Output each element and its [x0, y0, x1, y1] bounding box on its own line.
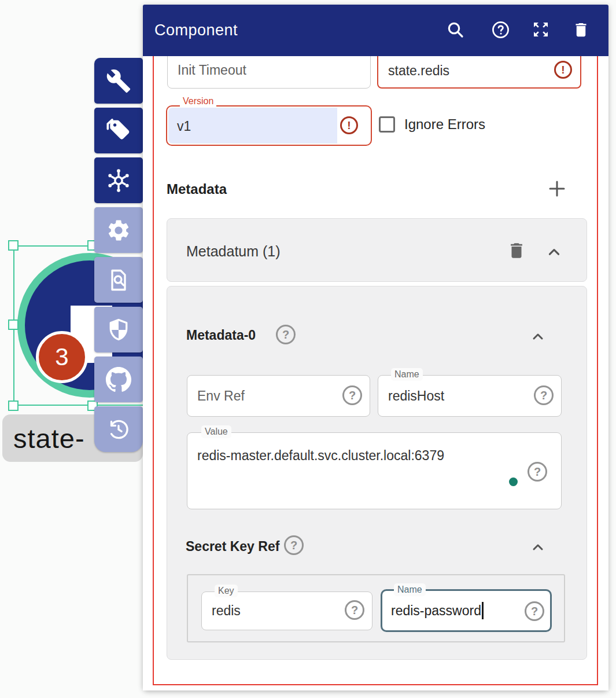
- selection-handle-bottom-left[interactable]: [8, 401, 19, 411]
- metadata-name-value: redisHost: [388, 388, 444, 404]
- help-icon[interactable]: ?: [345, 600, 364, 620]
- help-icon[interactable]: ?: [525, 601, 544, 621]
- help-icon: [491, 20, 510, 39]
- tag-icon: [106, 118, 131, 144]
- shield-icon: [106, 317, 131, 343]
- secret-key-ref-heading: Secret Key Ref: [186, 539, 279, 554]
- type-value: state.redis: [388, 63, 449, 79]
- secret-key-field[interactable]: Key redis ?: [201, 592, 372, 630]
- collapse-metadatum-button[interactable]: [546, 244, 562, 262]
- metadata-name-label: Name: [391, 368, 423, 381]
- hub-button[interactable]: [94, 157, 143, 203]
- collapse-secret-key-ref-button[interactable]: [530, 540, 545, 557]
- metadata-heading: Metadata: [167, 181, 227, 197]
- chevron-up-icon: [530, 540, 545, 555]
- env-ref-field[interactable]: Env Ref ?: [187, 375, 370, 417]
- selection-handle-mid-left[interactable]: [8, 319, 19, 330]
- autofill-highlight: [168, 108, 337, 144]
- metadatum-title: Metadatum (1): [186, 243, 281, 260]
- help-button[interactable]: [489, 18, 512, 41]
- error-count: 3: [55, 343, 68, 371]
- wrench-icon: [106, 68, 131, 94]
- security-button[interactable]: [94, 307, 143, 352]
- secret-key-ref-group: Key redis ? Name redis-password ?: [187, 574, 565, 642]
- help-icon[interactable]: ?: [342, 385, 362, 405]
- init-timeout-placeholder: Init Timeout: [178, 63, 246, 78]
- secret-key-value: redis: [212, 603, 241, 619]
- delete-component-button[interactable]: [569, 18, 592, 41]
- metadata-value-field[interactable]: Value redis-master.default.svc.cluster.l…: [187, 432, 562, 509]
- node-toolbar: [94, 58, 143, 456]
- selection-handle-top-left[interactable]: [8, 240, 19, 251]
- add-metadata-button[interactable]: [547, 179, 567, 200]
- secret-name-value: redis-password: [391, 603, 484, 620]
- help-icon[interactable]: ?: [276, 325, 296, 344]
- history-icon: [106, 417, 131, 442]
- settings-button[interactable]: [94, 207, 143, 253]
- secret-key-label: Key: [215, 585, 238, 597]
- help-icon[interactable]: ?: [534, 385, 554, 405]
- metadatum-accordion-content: Metadata-0 ? Env Ref ? Name redisHost ? …: [167, 286, 587, 660]
- history-button[interactable]: [94, 406, 143, 452]
- app-root: 3 state- C: [0, 0, 616, 698]
- fullscreen-button[interactable]: [529, 18, 552, 41]
- trash-icon: [507, 241, 526, 260]
- metadata-0-heading: Metadata-0: [186, 328, 256, 343]
- secret-name-label: Name: [394, 583, 426, 596]
- collapse-metadata-0-button[interactable]: [530, 329, 545, 346]
- help-icon[interactable]: ?: [284, 535, 304, 555]
- plus-icon: [548, 179, 566, 198]
- version-field[interactable]: v1 !: [166, 105, 372, 146]
- teal-dot-indicator: [509, 477, 518, 486]
- env-ref-placeholder: Env Ref: [197, 388, 245, 404]
- gear-icon: [106, 218, 131, 243]
- metadatum-accordion-header[interactable]: Metadatum (1): [167, 218, 587, 282]
- type-field[interactable]: state.redis !: [377, 56, 581, 89]
- error-icon: !: [554, 61, 572, 79]
- search-button[interactable]: [444, 18, 467, 41]
- tags-button[interactable]: [94, 108, 143, 153]
- delete-icon: [572, 21, 590, 39]
- github-button[interactable]: [94, 357, 143, 402]
- fullscreen-icon: [532, 20, 550, 39]
- github-icon: [105, 366, 132, 393]
- delete-metadatum-button[interactable]: [507, 241, 526, 262]
- component-drawer: Component Init Timeout state.redis !: [143, 5, 608, 690]
- form-scroll-area[interactable]: Init Timeout state.redis ! Version v1 ! …: [143, 56, 608, 690]
- drawer-header: Component: [143, 5, 608, 56]
- ignore-errors-checkbox[interactable]: [379, 116, 395, 133]
- ignore-errors-label: Ignore Errors: [404, 116, 485, 133]
- doc-search-icon: [106, 267, 131, 293]
- error-icon: !: [340, 116, 358, 134]
- init-timeout-field[interactable]: Init Timeout: [167, 56, 371, 89]
- metadata-name-field[interactable]: Name redisHost ?: [378, 375, 562, 417]
- configure-button[interactable]: [94, 58, 143, 104]
- drawer-title: Component: [154, 21, 238, 39]
- chevron-up-icon: [530, 329, 545, 344]
- inspect-button[interactable]: [94, 257, 143, 303]
- help-icon[interactable]: ?: [528, 462, 547, 482]
- error-count-badge: 3: [36, 331, 88, 383]
- metadata-value-label: Value: [201, 425, 231, 438]
- metadata-value-text: redis-master.default.svc.cluster.local:6…: [197, 448, 444, 464]
- chevron-up-icon: [546, 244, 562, 260]
- version-value: v1: [177, 119, 191, 134]
- version-label: Version: [180, 96, 216, 106]
- hub-icon: [105, 167, 132, 194]
- text-cursor: [482, 602, 484, 619]
- secret-name-field-focused[interactable]: Name redis-password ?: [381, 589, 552, 632]
- search-icon: [446, 20, 464, 39]
